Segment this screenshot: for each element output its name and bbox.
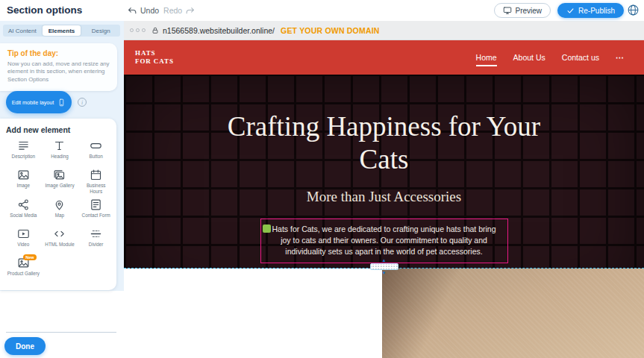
element-image-gallery[interactable]: Image Gallery: [43, 169, 78, 194]
top-toolbar: Section options Undo Redo Preview Re-Pub…: [0, 0, 644, 21]
add-element-title: Add new element: [6, 125, 113, 134]
undo-label: Undo: [140, 6, 159, 15]
sidebar: AI Content Elements Design Tip of the da…: [0, 21, 124, 358]
edit-mobile-layout-button[interactable]: Edit mobile layout: [6, 91, 72, 113]
element-video[interactable]: Video: [6, 227, 41, 252]
redo-icon: [185, 6, 195, 16]
resize-down-arrow-icon: ▼: [382, 271, 387, 275]
social-media-icon: [17, 198, 30, 211]
site-logo[interactable]: HATS FOR CATS: [135, 49, 174, 66]
redo-button[interactable]: Redo: [163, 6, 195, 16]
globe-icon: [627, 4, 640, 16]
site-nav: Home About Us Contact us ⋯: [468, 40, 633, 75]
nav-about-us[interactable]: About Us: [505, 40, 554, 75]
language-globe-button[interactable]: [627, 4, 640, 16]
element-button[interactable]: Button: [78, 139, 113, 164]
element-label: Image Gallery: [45, 183, 74, 189]
map-icon: [53, 198, 66, 211]
element-contact-form[interactable]: Contact Form: [78, 198, 113, 223]
nav-contact-us[interactable]: Contact us: [554, 40, 607, 75]
monitor-icon: [503, 6, 512, 15]
element-label: Product Gallery: [7, 271, 40, 277]
element-product-gallery[interactable]: New Product Gallery: [6, 257, 41, 281]
element-label: Contact Form: [82, 213, 110, 219]
undo-icon: [128, 6, 137, 16]
add-element-panel: Add new element Description Heading Butt…: [0, 119, 116, 290]
republish-button[interactable]: Re-Publish: [557, 3, 624, 18]
heading-icon: [53, 139, 66, 152]
window-dot: [136, 28, 140, 32]
browser-chrome-bar: n1566589.websitebuilder.online/ GET YOUR…: [124, 21, 644, 40]
element-html-module[interactable]: HTML Module: [43, 227, 78, 252]
element-drag-handle[interactable]: [263, 224, 271, 233]
element-label: Heading: [51, 154, 68, 160]
element-divider[interactable]: Divider: [78, 227, 113, 252]
section-boundary-line: ▲ ▼: [124, 268, 644, 268]
new-badge: New: [23, 254, 36, 260]
description-icon: [17, 139, 30, 152]
window-dots: [130, 28, 146, 32]
contact-form-icon: [90, 198, 102, 211]
window-dot: [142, 28, 146, 32]
hero-subtitle[interactable]: More than Just Accessories: [124, 189, 644, 205]
next-section-photo[interactable]: [382, 268, 644, 358]
element-map[interactable]: Map: [43, 198, 78, 223]
tip-body: Now you can add, move and resize any ele…: [7, 60, 110, 84]
image-gallery-icon: [53, 169, 66, 181]
resize-up-arrow-icon: ▲: [382, 258, 387, 263]
tip-of-the-day-card: Tip of the day: Now you can add, move an…: [0, 43, 117, 91]
element-label: Business Hours: [80, 183, 113, 194]
tab-ai-content[interactable]: AI Content: [3, 25, 42, 37]
element-label: HTML Module: [45, 242, 74, 248]
sidebar-bottom-divider: [6, 332, 116, 333]
undo-button[interactable]: Undo: [128, 6, 159, 16]
element-label: Divider: [89, 242, 104, 248]
element-image[interactable]: Image: [6, 169, 41, 194]
tip-title: Tip of the day:: [7, 49, 110, 57]
element-business-hours[interactable]: Business Hours: [78, 169, 113, 194]
page-title: Section options: [7, 4, 82, 16]
button-icon: [90, 139, 102, 152]
edit-mobile-row: Edit mobile layout i: [6, 91, 87, 113]
tab-elements[interactable]: Elements: [43, 25, 81, 36]
info-icon[interactable]: i: [78, 98, 87, 107]
preview-label: Preview: [516, 7, 543, 15]
republish-label: Re-Publish: [578, 7, 615, 15]
redo-label: Redo: [163, 6, 182, 15]
element-social-media[interactable]: Social Media: [6, 198, 41, 223]
hero-title[interactable]: Crafting Happiness for Your Cats: [216, 75, 552, 177]
toolbar-actions: Preview Re-Publish: [494, 3, 625, 18]
nav-home[interactable]: Home: [468, 40, 505, 75]
hero-paragraph-selected[interactable]: Hats for Cats, we are dedicated to craft…: [260, 219, 508, 263]
element-label: Map: [55, 213, 64, 219]
business-hours-icon: [90, 169, 102, 181]
resize-grip[interactable]: [370, 263, 398, 270]
check-icon: [566, 7, 575, 15]
site-header: HATS FOR CATS Home About Us Contact us ⋯: [124, 40, 644, 75]
done-button[interactable]: Done: [4, 337, 46, 355]
html-module-icon: [53, 227, 66, 240]
element-label: Social Media: [10, 213, 37, 219]
edit-mobile-label: Edit mobile layout: [12, 99, 54, 106]
element-label: Video: [17, 242, 29, 248]
element-label: Image: [17, 183, 31, 189]
nav-more-icon[interactable]: ⋯: [607, 40, 633, 75]
element-label: Description: [12, 154, 36, 160]
section-resize-handle[interactable]: ▲ ▼: [370, 258, 398, 275]
element-description[interactable]: Description: [6, 139, 41, 164]
video-icon: [17, 227, 30, 240]
history-controls: Undo Redo: [128, 0, 195, 21]
element-heading[interactable]: Heading: [43, 139, 78, 164]
lock-icon: [151, 27, 159, 34]
preview-area: n1566589.websitebuilder.online/ GET YOUR…: [124, 21, 644, 358]
preview-button[interactable]: Preview: [494, 3, 551, 18]
next-section-blank: [124, 268, 382, 358]
sidebar-tabs: AI Content Elements Design: [3, 25, 120, 37]
element-label: Button: [90, 154, 103, 160]
site-url: n1566589.websitebuilder.online/: [163, 26, 275, 35]
image-icon: [17, 169, 30, 181]
tab-design[interactable]: Design: [81, 25, 120, 37]
website-canvas: HATS FOR CATS Home About Us Contact us ⋯…: [124, 40, 644, 358]
get-domain-link[interactable]: GET YOUR OWN DOMAIN: [281, 26, 380, 35]
hero-paragraph-text: Hats for Cats, we are dedicated to craft…: [272, 224, 495, 256]
